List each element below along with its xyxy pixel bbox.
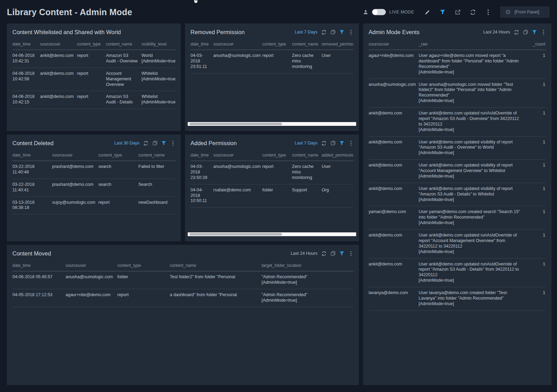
kebab-menu-icon[interactable]: [170, 141, 175, 146]
column-header--count[interactable]: _count: [530, 39, 546, 50]
filter-icon[interactable]: [161, 141, 166, 146]
time-range-label[interactable]: Last 7 Days: [295, 30, 317, 34]
table-row[interactable]: 04-06-2018 10:42:15ankit@demo.comreportA…: [12, 91, 175, 109]
column-header-date-time[interactable]: date_time: [190, 150, 213, 161]
user-icon[interactable]: [362, 9, 369, 15]
table-row[interactable]: 04-06-2018 10:42:58ankit@demo.comreportA…: [12, 68, 175, 91]
time-range-label[interactable]: Last 30 Days: [114, 141, 139, 145]
copy-icon[interactable]: [523, 30, 528, 35]
refresh-icon[interactable]: [470, 9, 476, 15]
horizontal-scrollbar[interactable]: [188, 122, 356, 126]
column-header-date-time[interactable]: date_time: [12, 39, 40, 50]
copy-icon[interactable]: [330, 30, 335, 35]
table-cell: 1: [530, 136, 546, 160]
time-range-label[interactable]: Last 7 Days: [295, 141, 317, 145]
column-header-date-time[interactable]: date_time: [12, 260, 66, 271]
time-range-label[interactable]: Last 24 Hours: [291, 251, 317, 256]
column-header-content-type[interactable]: content_type: [117, 260, 170, 271]
table-row[interactable]: ankit@demo.comUser ankit@demo.com update…: [369, 258, 546, 287]
column-header-content-name[interactable]: content_name: [292, 150, 322, 161]
live-mode-toggle[interactable]: [372, 9, 386, 15]
table-row[interactable]: 04-03- 2018 23:51:11anusha@sumologic.com…: [190, 50, 353, 73]
table-row[interactable]: ankit@demo.comUser ankit@demo.com update…: [369, 160, 546, 183]
table-row[interactable]: 03-13-2018 08:38:18sujoy@sumologic.comre…: [12, 197, 175, 214]
kebab-menu-icon[interactable]: [348, 141, 353, 146]
copy-icon[interactable]: [330, 141, 335, 146]
filter-icon[interactable]: [339, 141, 344, 146]
column-header-sourceuser[interactable]: sourceuser: [213, 39, 262, 50]
table-row[interactable]: 04-06-2018 10:42:31ankit@demo.comreportA…: [12, 50, 175, 68]
table-row[interactable]: ankit@demo.comUser ankit@demo.com update…: [369, 230, 546, 259]
whitelisted-table: date_timesourceusercontent_typecontent_n…: [12, 39, 175, 109]
column-header-added-permission[interactable]: added_permission: [322, 150, 353, 161]
scrollbar-thumb[interactable]: [189, 123, 282, 125]
table-row[interactable]: yaman@demo.comUser yaman@demo.com create…: [369, 206, 546, 230]
column-header-content-name[interactable]: content_name: [106, 39, 141, 50]
kebab-menu-icon[interactable]: [485, 9, 491, 15]
column-header-content-name[interactable]: content_name: [292, 39, 322, 50]
table-row[interactable]: lavanya@demo.comUser lavanya@demo.com cr…: [369, 287, 546, 311]
table-row[interactable]: 04-05-2018 17:12:53agaur+nite@demo.comre…: [12, 289, 353, 307]
scrollbar-thumb[interactable]: [189, 233, 282, 235]
table-cell: prashant@demo.com: [52, 179, 98, 197]
table-row[interactable]: 03-22-2018 11:40:48prashant@demo.comsear…: [12, 161, 175, 179]
column-header-target-folder-location[interactable]: target_folder_location: [262, 260, 353, 271]
copy-icon[interactable]: [152, 141, 157, 146]
content-deleted-table: date_timesourceusercontent_typecontent_n…: [12, 150, 175, 214]
kebab-menu-icon[interactable]: [348, 30, 353, 35]
table-row[interactable]: ankit@demo.comUser ankit@demo.com update…: [369, 108, 546, 137]
column-header-removed-permission[interactable]: removed_permission: [322, 39, 353, 50]
dashboard-grid: Content Whitelisted and Shared with Worl…: [0, 23, 557, 385]
time-range-label[interactable]: Last 24 Hours: [483, 30, 510, 34]
table-row[interactable]: anusha@sumologic.comUser anusha@sumologi…: [369, 79, 546, 108]
filter-icon[interactable]: [339, 251, 344, 256]
table-row[interactable]: 04-03- 2018 23:50:28anusha@sumologic.com…: [190, 161, 353, 184]
column-header-sourceuser[interactable]: sourceuser: [40, 39, 77, 50]
kebab-menu-icon[interactable]: [348, 251, 353, 256]
pencil-icon[interactable]: [424, 9, 430, 15]
refresh-icon[interactable]: [143, 141, 148, 146]
copy-icon[interactable]: [330, 251, 335, 256]
table-cell: Org: [322, 184, 353, 208]
column-header-content-name[interactable]: content_name: [138, 150, 175, 161]
column-header-sourceuser[interactable]: sourceuser: [52, 150, 98, 161]
column-header-content-type[interactable]: content_type: [98, 150, 138, 161]
refresh-icon[interactable]: [321, 30, 326, 35]
table-cell: report: [98, 197, 138, 214]
kebab-menu-icon[interactable]: [541, 30, 546, 35]
filter-icon[interactable]: [532, 30, 537, 35]
table-cell: prashant@demo.com: [52, 161, 98, 179]
column-header-sourceuser[interactable]: sourceuser: [369, 39, 419, 50]
time-range-input[interactable]: [From Panel]: [500, 7, 549, 18]
filter-icon[interactable]: [439, 9, 446, 15]
column-header-content-type[interactable]: content_type: [262, 150, 292, 161]
table-cell: folder: [117, 271, 170, 289]
table-cell: ankit@demo.com: [369, 136, 419, 160]
table-row[interactable]: agaur+nite@demo.comUser agaur+nite@demo.…: [369, 50, 546, 79]
refresh-icon[interactable]: [514, 30, 519, 35]
column-header-content-type[interactable]: content_type: [77, 39, 106, 50]
table-cell: agaur+nite@demo.com: [66, 289, 117, 307]
table-row[interactable]: 04-04- 2018 10:50:11rsafaie@demo.comfold…: [190, 184, 353, 208]
column-header-sourceuser[interactable]: sourceuser: [66, 260, 117, 271]
column-header-visibility-level[interactable]: visibility_level: [141, 39, 175, 50]
table-cell: Amazon S3 Audit - Overview: [106, 50, 141, 68]
column-header-date-time[interactable]: date_time: [12, 150, 52, 161]
column-header--raw[interactable]: _raw: [419, 39, 530, 50]
table-cell: 1: [530, 108, 546, 137]
refresh-icon[interactable]: [321, 251, 326, 256]
table-row[interactable]: 04-06-2018 05:45:57anusha@sumologic.comf…: [12, 271, 353, 289]
column-header-sourceuser[interactable]: sourceuser: [213, 150, 262, 161]
table-row[interactable]: ankit@demo.comUser ankit@demo.com update…: [369, 183, 546, 206]
column-header-date-time[interactable]: date_time: [190, 39, 213, 50]
share-icon[interactable]: [455, 9, 461, 15]
refresh-icon[interactable]: [321, 141, 326, 146]
column-header-content-type[interactable]: content_type: [262, 39, 292, 50]
filter-icon[interactable]: [339, 30, 344, 35]
table-row[interactable]: 03-22-2018 11:40:41prashant@demo.comsear…: [12, 179, 175, 197]
table-cell: ankit@demo.com: [40, 68, 77, 91]
column-header-content-name[interactable]: content_name: [170, 260, 262, 271]
table-row[interactable]: ankit@demo.comUser ankit@demo.com update…: [369, 136, 546, 160]
table-cell: 04-04- 2018 10:50:11: [190, 184, 213, 208]
horizontal-scrollbar[interactable]: [188, 232, 356, 236]
